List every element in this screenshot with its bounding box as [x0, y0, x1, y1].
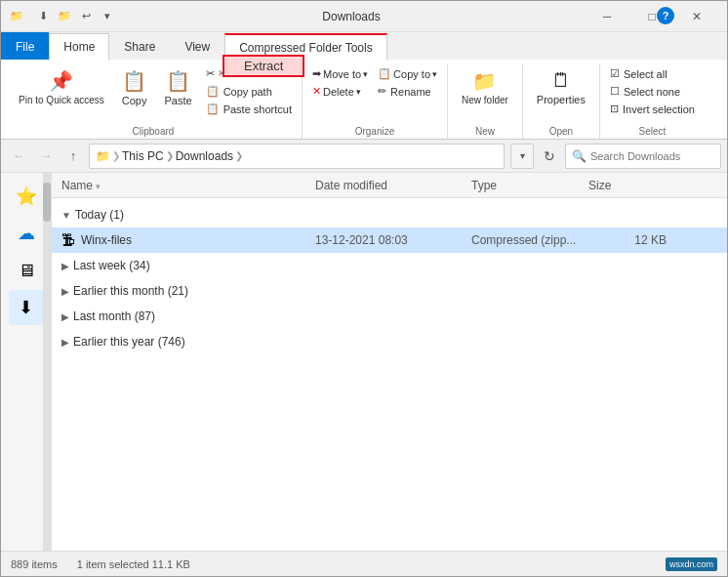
ribbon-tabs: File Home Share View Compressed Folder T… [1, 32, 727, 60]
folder-icon: 📁 [9, 9, 24, 24]
address-expand-button[interactable]: ▾ [510, 144, 534, 169]
help-icon[interactable]: ? [657, 7, 674, 24]
ribbon: 📌 Pin to Quick access 📋 Copy 📋 Paste ✂ [1, 60, 727, 140]
select-none-icon: ☐ [610, 85, 620, 98]
group-chevron-thismonth: ▶ [61, 286, 69, 297]
sidebar-scrollbar-thumb [43, 183, 51, 222]
column-date[interactable]: Date modified [315, 179, 471, 192]
status-bar: 889 items 1 item selected 11.1 KB wsxdn.… [1, 551, 727, 576]
paste-shortcut-button[interactable]: 📋 Paste shortcut [202, 101, 296, 117]
tab-file[interactable]: File [1, 32, 49, 60]
file-row-winx[interactable]: 🗜 Winx-files 13-12-2021 08:03 Compressed… [52, 227, 727, 253]
sidebar-pc[interactable]: 🖥 [9, 253, 44, 288]
back-button[interactable]: ← [7, 144, 30, 168]
pin-icon: 📌 [49, 69, 73, 93]
qat-undo[interactable]: ↩ [75, 6, 97, 27]
tab-share[interactable]: Share [109, 32, 170, 60]
open-label: Open [549, 123, 573, 139]
forward-button[interactable]: → [34, 144, 58, 168]
invert-icon: ⊡ [610, 103, 619, 115]
group-chevron-lastmonth: ▶ [61, 311, 69, 322]
group-chevron-lastweek: ▶ [61, 261, 69, 271]
delete-icon: ✕ [312, 85, 321, 98]
group-today[interactable]: ▼ Today (1) [52, 202, 727, 227]
minimize-button[interactable]: ─ [585, 1, 629, 32]
properties-button[interactable]: 🗒 Properties [529, 65, 593, 109]
zip-icon: 🗜 [61, 232, 75, 248]
select-all-button[interactable]: ☑ Select all [606, 65, 699, 82]
qat-dropdown[interactable]: ▾ [97, 6, 118, 27]
address-bar[interactable]: 📁 ❯ This PC ❯ Downloads ❯ [89, 144, 505, 169]
file-type-winx: Compressed (zipp... [471, 233, 588, 247]
file-name-winx: Winx-files [81, 233, 315, 247]
select-none-button[interactable]: ☐ Select none [606, 83, 699, 100]
column-name[interactable]: Name ▾ [61, 179, 315, 192]
delete-chevron: ▾ [356, 87, 361, 97]
group-label-thisyear: Earlier this year (746) [73, 335, 185, 349]
group-lastweek[interactable]: ▶ Last week (34) [52, 253, 727, 278]
organize-label: Organize [355, 123, 395, 139]
group-label-thismonth: Earlier this month (21) [73, 284, 188, 298]
pin-to-quick-access-button[interactable]: 📌 Pin to Quick access [11, 65, 112, 110]
copy-to-chevron: ▾ [432, 69, 437, 79]
window-controls: ─ □ ✕ [585, 1, 719, 32]
new-folder-button[interactable]: 📁 New folder [454, 65, 516, 110]
group-thismonth[interactable]: ▶ Earlier this month (21) [52, 278, 727, 304]
copy-button[interactable]: 📋 Copy [114, 65, 155, 110]
organize-content: ➡ Move to ▾ ✕ Delete ▾ 📋 Copy to ▾ [308, 63, 441, 123]
downloads-crumb[interactable]: Downloads ❯ [176, 149, 243, 163]
group-label-lastweek: Last week (34) [73, 259, 150, 272]
open-group: 🗒 Properties Open [523, 63, 600, 139]
status-right: wsxdn.com [666, 557, 717, 571]
column-type[interactable]: Type [471, 179, 588, 192]
move-to-button[interactable]: ➡ Move to ▾ [308, 65, 372, 82]
tab-view[interactable]: View [170, 32, 224, 60]
delete-button[interactable]: ✕ Delete ▾ [308, 83, 372, 100]
sidebar-star[interactable]: ⭐ [9, 179, 44, 214]
title-bar-icons: 📁 [9, 9, 24, 24]
file-date-winx: 13-12-2021 08:03 [315, 233, 471, 247]
this-pc-crumb[interactable]: This PC ❯ [122, 149, 174, 163]
scissors-icon: ✂ [206, 67, 215, 80]
sidebar-scrollbar[interactable] [43, 173, 51, 551]
copy-to-button[interactable]: 📋 Copy to ▾ [374, 65, 441, 82]
clipboard-label: Clipboard [133, 123, 175, 139]
move-icon: ➡ [312, 67, 321, 80]
up-button[interactable]: ↑ [61, 144, 85, 168]
window: 📁 ⬇ 📁 ↩ ▾ Downloads ? ─ □ ✕ File Home Sh… [0, 0, 728, 577]
properties-icon: 🗒 [551, 69, 571, 92]
close-button[interactable]: ✕ [674, 1, 719, 32]
organize-col2: 📋 Copy to ▾ ✏ Rename [374, 65, 441, 100]
paste-shortcut-icon: 📋 [206, 103, 220, 115]
item-count: 889 items [11, 558, 58, 570]
move-chevron: ▾ [363, 69, 368, 79]
rename-button[interactable]: ✏ Rename [374, 83, 441, 100]
extract-button[interactable]: Extract [222, 55, 304, 77]
breadcrumb-arrow: ❯ [112, 150, 120, 161]
file-size-winx: 12 KB [588, 233, 667, 247]
search-box[interactable]: 🔍 [565, 144, 721, 169]
select-group: ☑ Select all ☐ Select none ⊡ Invert sele… [600, 63, 705, 139]
refresh-button[interactable]: ↻ [538, 144, 561, 168]
invert-selection-button[interactable]: ⊡ Invert selection [606, 101, 699, 117]
qat-new-folder[interactable]: 📁 [54, 6, 75, 27]
new-content: 📁 New folder [454, 63, 516, 123]
search-icon: 🔍 [572, 149, 586, 163]
tab-home[interactable]: Home [49, 33, 109, 61]
select-all-icon: ☑ [610, 67, 620, 80]
main-area: ⭐ ☁ 🖥 ⬇ Name ▾ Date modified Type [1, 173, 727, 551]
copy-path-button[interactable]: 📋 Copy path [202, 83, 296, 100]
sidebar-onedrive[interactable]: ☁ [9, 216, 44, 251]
paste-button[interactable]: 📋 Paste [157, 65, 200, 110]
group-thisyear[interactable]: ▶ Earlier this year (746) [52, 329, 727, 354]
column-size[interactable]: Size [588, 179, 667, 192]
search-input[interactable] [590, 150, 714, 162]
qat-properties[interactable]: ⬇ [32, 6, 54, 27]
address-bar-row: ← → ↑ 📁 ❯ This PC ❯ Downloads ❯ ▾ ↻ 🔍 [1, 140, 727, 173]
copy-path-icon: 📋 [206, 85, 220, 98]
sidebar-downloads[interactable]: ⬇ [9, 290, 44, 325]
group-chevron-thisyear: ▶ [61, 337, 69, 348]
group-label-today: Today (1) [75, 208, 124, 222]
file-content: ▼ Today (1) 🗜 Winx-files 13-12-2021 08:0… [52, 198, 727, 551]
group-lastmonth[interactable]: ▶ Last month (87) [52, 304, 727, 329]
